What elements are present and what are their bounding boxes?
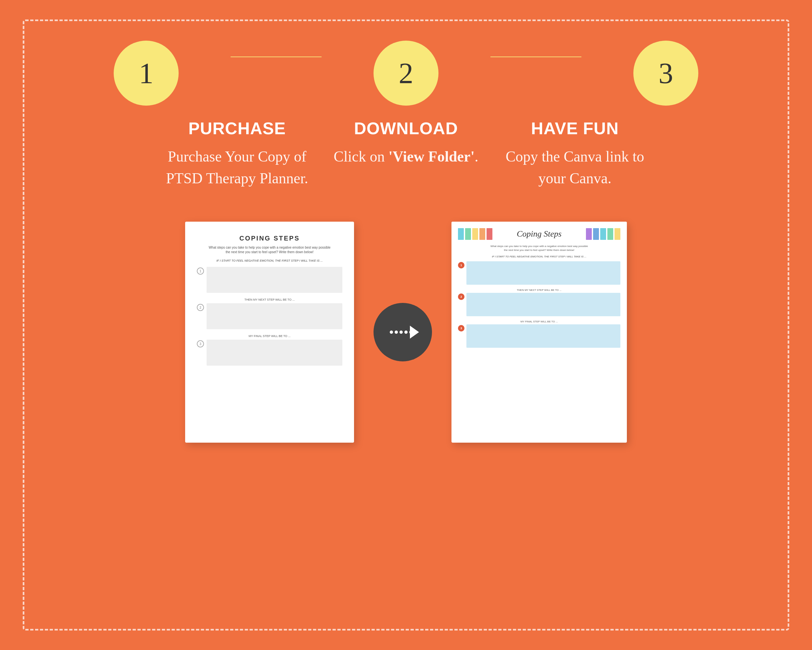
doc-after-step-2: 2 [452,293,627,316]
step-1-circle: 1 [114,41,179,106]
doc-after-step-1-row: 1 [458,261,620,285]
doc-after-step-2-row: 2 [458,293,620,316]
step-labels-row: PURCHASE Purchase Your Copy of PTSD Ther… [50,119,762,189]
step-2-label-group: DOWNLOAD Click on 'View Folder'. [322,119,490,189]
stripe-4 [479,228,485,240]
stripe-2 [465,228,471,240]
step-2-desc: Click on 'View Folder'. [334,146,478,168]
arrow-icon [386,319,419,345]
doc-before-step-1-row: 1 [197,267,342,293]
doc-after-step-1: 1 [452,261,627,285]
step-2-desc-end: . [475,148,478,165]
doc-before-box-2 [206,303,342,329]
step-3-desc-text: Copy the Canva link to your Canva. [506,148,644,187]
step-2-item: 2 [322,41,490,106]
stripe-3 [472,228,478,240]
step-2-circle: 2 [374,41,438,106]
doc-before-label-2: THEN MY NEXT STEP WILL BE TO ... [244,298,295,301]
svg-point-1 [395,330,398,334]
step-3-label-group: HAVE FUN Copy the Canva link to your Can… [490,119,659,189]
doc-after-num-3: 3 [458,325,464,332]
doc-before-label-3: MY FINAL STEP WILL BE TO ... [249,335,290,338]
svg-point-0 [390,330,393,334]
step-3-number: 3 [659,57,673,90]
doc-after-subtitle: What steps can you take to help you cope… [484,245,594,252]
doc-after-prompt: IF I START TO FEEL NEGATIVE EMOTION, THE… [492,255,586,258]
doc-after-box-1 [466,261,620,285]
step-2-number: 2 [399,57,414,90]
step-3-heading: HAVE FUN [531,119,619,138]
doc-after: Coping Steps What steps can you take to … [452,222,627,443]
doc-before: COPING STEPS What steps can you take to … [185,222,354,443]
doc-after-box-2 [466,293,620,316]
svg-marker-5 [410,326,419,339]
stripe-10 [615,228,620,240]
doc-before-step-2: 2 [197,303,342,329]
outer-border: 1 2 3 PURCHASE Purchase Your Copy of [23,20,789,630]
stripe-1 [458,228,464,240]
doc-before-step-3: 3 [197,340,342,366]
stripe-8 [600,228,606,240]
step-3-circle: 3 [633,41,698,106]
doc-before-subtitle: What steps can you take to help you cope… [209,245,330,254]
stripe-5 [487,228,492,240]
docs-section: COPING STEPS What steps can you take to … [50,222,762,443]
doc-after-step-3: 3 [452,324,627,348]
stripe-9 [607,228,613,240]
doc-before-box-3 [206,340,342,366]
doc-before-box-1 [206,267,342,293]
connector-1-2 [230,57,322,57]
svg-point-2 [400,330,403,334]
doc-before-step-3-row: 3 [197,340,342,366]
steps-row: 1 2 3 [50,41,762,106]
arrow-button[interactable] [374,303,432,361]
connector-2-3 [490,57,582,57]
doc-before-num-1: 1 [197,268,204,275]
step-1-number: 1 [139,57,154,90]
step-3-desc: Copy the Canva link to your Canva. [490,146,659,189]
doc-after-label-3: MY FINAL STEP WILL BE TO ... [520,320,558,323]
doc-after-num-2: 2 [458,294,464,300]
step-1-desc-text: Purchase Your Copy of PTSD Therapy Plann… [166,148,308,187]
doc-before-title: COPING STEPS [240,235,300,242]
step-1-item: 1 [62,41,230,106]
step-2-desc-bold: 'View Folder' [388,148,475,165]
step-1-desc: Purchase Your Copy of PTSD Therapy Plann… [153,146,322,189]
doc-after-num-1: 1 [458,262,464,268]
doc-after-step-3-row: 3 [458,324,620,348]
step-2-desc-text: Click on [334,148,388,165]
doc-before-prompt: IF I START TO FEEL NEGATIVE EMOTION, THE… [216,259,322,262]
doc-after-title: Coping Steps [517,229,562,239]
step-2-heading: DOWNLOAD [354,119,458,138]
stripe-6 [586,228,592,240]
doc-before-step-2-row: 2 [197,303,342,329]
stripe-right [565,228,620,240]
stripe-left [458,228,513,240]
doc-after-header: Coping Steps [452,222,627,245]
step-1-heading: PURCHASE [188,119,286,138]
doc-before-num-3: 3 [197,340,204,347]
svg-point-3 [404,330,408,334]
stripe-7 [593,228,599,240]
doc-after-box-3 [466,324,620,348]
step-3-item: 3 [582,41,750,106]
doc-before-num-2: 2 [197,304,204,311]
steps-section: 1 2 3 PURCHASE Purchase Your Copy of [50,41,762,189]
doc-before-step-1: 1 [197,267,342,293]
doc-after-label-2: THEN MY NEXT STEP WILL BE TO ... [517,289,562,292]
step-1-label-group: PURCHASE Purchase Your Copy of PTSD Ther… [153,119,322,189]
